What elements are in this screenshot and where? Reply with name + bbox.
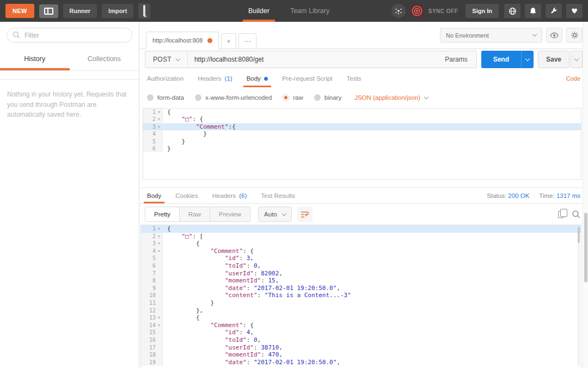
tab-count: (1)	[225, 75, 232, 82]
request-section-tabs: Authorization Headers (1) Body Pre-reque…	[139, 70, 588, 87]
radio-raw[interactable]: raw	[283, 94, 303, 101]
editor-scrollbar[interactable]	[578, 227, 580, 366]
fold-arrow-icon[interactable]: ▾	[156, 240, 162, 248]
fold-arrow-icon[interactable]: ▾	[156, 314, 162, 322]
radio-x-www-form-urlencoded[interactable]: x-www-form-urlencoded	[195, 94, 272, 101]
url-input[interactable]: http://localhost:8080/get	[188, 56, 436, 63]
tab-builder[interactable]: Builder	[246, 0, 272, 22]
code-line: 6}	[143, 145, 581, 152]
save-button[interactable]: Save	[538, 51, 569, 68]
new-window-button[interactable]	[138, 3, 150, 19]
fold-arrow-icon[interactable]: ▾	[156, 123, 162, 130]
code-line: 2▾ "□": [	[141, 233, 581, 240]
tab-collections[interactable]: Collections	[70, 49, 139, 70]
window-scrollbar[interactable]	[583, 22, 588, 368]
sidebar: History Collections Nothing in your hist…	[0, 22, 139, 368]
format-select[interactable]: Auto	[258, 207, 292, 222]
filter-input[interactable]	[7, 28, 132, 43]
tab-history[interactable]: History	[0, 49, 70, 70]
chevron-down-icon	[525, 56, 530, 61]
status-value: 200 OK	[508, 192, 529, 199]
fold-arrow-icon[interactable]: ▾	[156, 225, 162, 233]
response-section-tabs: Body Cookies Headers (6) Test Results St…	[139, 188, 588, 204]
sync-off-icon	[411, 5, 423, 17]
method-select[interactable]: POST	[145, 51, 188, 68]
radio-binary[interactable]: binary	[314, 94, 341, 101]
tab-cookies[interactable]: Cookies	[175, 188, 198, 203]
radio-label: form-data	[157, 94, 184, 101]
environment-preview-button[interactable]	[546, 28, 562, 43]
response-body-editor[interactable]: 1▾{2▾ "□": [3▾ {4▾ "Comment": {5 "id": 3…	[140, 225, 581, 368]
tab-response-body[interactable]: Body	[147, 188, 161, 203]
view-preview-button[interactable]: Preview	[210, 207, 250, 221]
tab-response-headers[interactable]: Headers (6)	[212, 188, 247, 203]
interceptor-icon	[394, 7, 403, 15]
environment-select[interactable]: No Environment	[440, 28, 542, 43]
new-tab-button[interactable]: +	[221, 33, 236, 49]
sign-in-button[interactable]: Sign In	[465, 4, 499, 18]
code-line: 15 "id": 4,	[141, 329, 581, 336]
fold-arrow-icon[interactable]: ▾	[156, 248, 162, 255]
tab-label: Tests	[347, 75, 362, 82]
tab-pre-request-script[interactable]: Pre-request Script	[282, 70, 333, 87]
fold-arrow-icon[interactable]: ▾	[156, 108, 162, 116]
content-type-select[interactable]: JSON (application/json)	[354, 94, 428, 101]
sidebar-tabs: History Collections	[0, 49, 139, 71]
bell-icon	[529, 7, 537, 15]
method-value: POST	[153, 56, 171, 63]
copy-icon[interactable]	[558, 211, 564, 218]
notifications-button[interactable]	[525, 4, 541, 18]
tab-label: Body	[247, 75, 261, 82]
tab-tests[interactable]: Tests	[347, 70, 362, 87]
tab-label: Test Results	[261, 192, 295, 199]
environment-settings-button[interactable]	[566, 28, 583, 43]
tab-options-button[interactable]: ⋯	[238, 33, 256, 49]
code-link[interactable]: Code	[566, 75, 580, 82]
fold-arrow-icon[interactable]: ▾	[156, 116, 162, 123]
runner-button[interactable]: Runner	[63, 4, 97, 18]
code-line: 13▾ {	[141, 314, 581, 322]
settings-wrench-button[interactable]	[546, 4, 562, 18]
wrap-lines-icon	[301, 211, 309, 218]
sync-button[interactable]	[410, 4, 424, 18]
tab-body[interactable]: Body	[247, 70, 268, 87]
code-line: 17 "userId": 38710,	[141, 344, 581, 352]
send-button[interactable]: Send	[481, 51, 521, 68]
unsaved-dot-icon	[207, 38, 212, 43]
status-label: Status:	[487, 192, 506, 199]
code-line: 9 "date": "2017-02-01 19:20:50.0",	[141, 285, 581, 292]
search-response-icon[interactable]	[572, 210, 580, 219]
request-body-editor[interactable]: 1▾{2▾ "□": {3▾ "Comment":{4 }5 }6}	[143, 108, 581, 180]
code-line: 5 "id": 3,	[141, 255, 581, 262]
save-options-button[interactable]	[571, 51, 583, 68]
request-builder-row: POST http://localhost:8080/get Params Se…	[139, 49, 588, 70]
request-tab[interactable]: http://localhost:808	[146, 32, 219, 49]
top-bar: NEW Runner Import Builder Team Library	[0, 0, 588, 22]
fold-arrow-icon[interactable]: ▾	[156, 322, 162, 329]
tab-label: Body	[147, 192, 161, 199]
radio-form-data[interactable]: form-data	[147, 94, 184, 101]
format-value: Auto	[264, 211, 277, 218]
radio-icon	[314, 94, 321, 101]
code-line: 4 }	[143, 130, 581, 137]
globe-icon	[509, 7, 517, 15]
sidebar-toggle-button[interactable]	[39, 4, 58, 18]
tab-team-library[interactable]: Team Library	[288, 0, 332, 22]
import-button[interactable]: Import	[102, 4, 133, 18]
tab-test-results[interactable]: Test Results	[261, 188, 295, 203]
new-button[interactable]: NEW	[5, 4, 34, 18]
favorites-button[interactable]: ♥	[566, 4, 583, 18]
tab-authorization[interactable]: Authorization	[147, 70, 183, 87]
tab-headers[interactable]: Headers (1)	[198, 70, 232, 87]
wrap-lines-button[interactable]	[297, 207, 313, 222]
view-pretty-button[interactable]: Pretty	[145, 207, 179, 221]
sync-status-label: SYNC OFF	[428, 8, 458, 14]
fold-arrow-icon[interactable]: ▾	[156, 233, 162, 240]
send-options-button[interactable]	[521, 51, 534, 68]
params-button[interactable]: Params	[436, 56, 476, 63]
content-type-value: JSON (application/json)	[354, 94, 420, 101]
code-line: 11 }	[141, 299, 581, 307]
community-button[interactable]	[504, 4, 520, 18]
interceptor-button[interactable]	[391, 4, 406, 18]
view-raw-button[interactable]: Raw	[179, 207, 210, 221]
